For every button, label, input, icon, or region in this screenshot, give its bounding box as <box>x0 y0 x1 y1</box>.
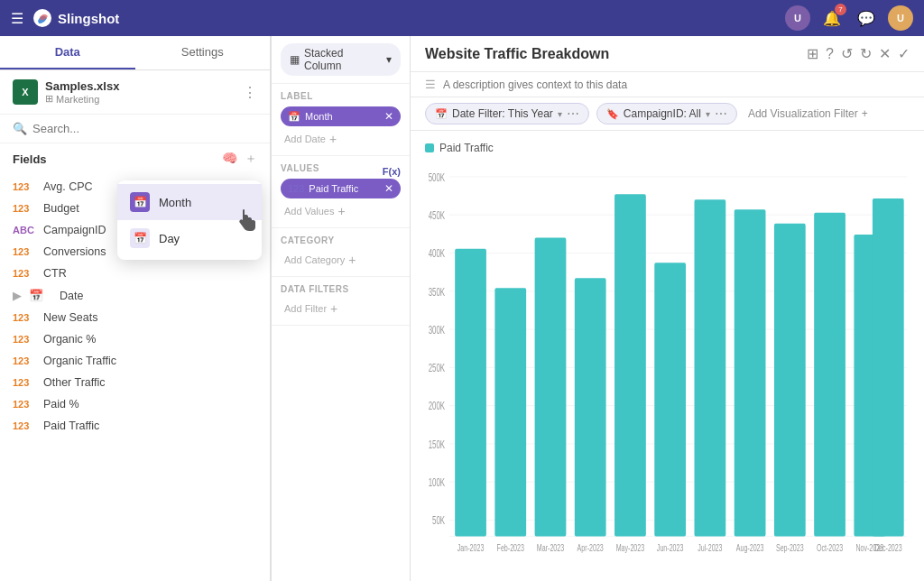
day-option-label: Day <box>159 232 180 245</box>
help-btn[interactable]: ? <box>826 46 834 62</box>
list-item[interactable]: 123 Other Traffic <box>0 372 270 393</box>
chevron-down-icon: ▾ <box>386 53 392 66</box>
tab-data[interactable]: Data <box>0 36 135 69</box>
list-item[interactable]: 123 Organic Traffic <box>0 350 270 372</box>
chart-legend: Paid Traffic <box>425 142 910 154</box>
calendar-chip-icon: 📅 <box>288 111 300 123</box>
add-filter-btn[interactable]: Add Filter + <box>281 300 401 318</box>
app-name: Slingshot <box>58 11 119 26</box>
add-date-btn[interactable]: Add Date + <box>281 130 401 148</box>
field-type-icon: 123 <box>13 203 36 214</box>
notification-badge: 7 <box>835 4 846 15</box>
chart-area: Paid Traffic 500K 450K 400K 350K 300K 25… <box>411 131 924 581</box>
desc-icon: ☰ <box>425 78 436 91</box>
dropdown-item-day[interactable]: 📅 Day <box>117 220 262 256</box>
close-btn[interactable]: ✕ <box>879 45 891 62</box>
field-type-icon: 123 <box>13 377 36 388</box>
search-bar: 🔍 <box>0 115 270 143</box>
svg-text:Jun-2023: Jun-2023 <box>657 543 684 554</box>
logo-icon <box>32 8 52 28</box>
field-name: New Seats <box>43 311 257 324</box>
svg-rect-28 <box>695 199 726 536</box>
paid-traffic-chip[interactable]: 123 Paid Traffic ✕ <box>281 179 401 198</box>
user-avatar[interactable]: U <box>888 5 913 31</box>
values-section-heading: VALUES <box>281 163 319 173</box>
add-values-btn[interactable]: Add Values + <box>281 202 401 220</box>
config-category-section: CATEGORY Add Category + <box>272 228 410 277</box>
svg-text:400K: 400K <box>429 248 446 260</box>
list-item[interactable]: 123 Paid % <box>0 393 270 415</box>
list-item[interactable]: 123 New Seats <box>0 307 270 328</box>
field-name: Date <box>60 290 257 302</box>
svg-text:Feb-2023: Feb-2023 <box>497 543 524 554</box>
left-panel: Data Settings X Samples.xlsx ⊞ Marketing… <box>0 36 271 581</box>
chip2-close-icon[interactable]: ✕ <box>384 182 393 195</box>
campaign-filter-icon: 🔖 <box>606 108 619 120</box>
add-category-btn[interactable]: Add Category + <box>281 251 401 269</box>
config-filters-section: DATA FILTERS Add Filter + <box>272 277 410 326</box>
user-avatar-icon[interactable]: U <box>785 5 810 31</box>
date-filter-chip[interactable]: 📅 Date Filter: This Year ▾ ⋯ <box>425 103 589 124</box>
grid-view-btn[interactable]: ⊞ <box>807 45 818 62</box>
svg-rect-23 <box>494 288 526 536</box>
viz-header: Website Traffic Breakdown ⊞ ? ↺ ↻ ✕ ✓ <box>411 36 924 72</box>
hamburger-icon[interactable]: ☰ <box>11 10 23 27</box>
svg-rect-22 <box>455 249 486 537</box>
add-field-btn[interactable]: ＋ <box>245 151 257 167</box>
month-chip-label: Month <box>305 111 333 122</box>
svg-text:200K: 200K <box>429 401 446 412</box>
filters-section-heading: DATA FILTERS <box>281 284 401 294</box>
field-name: Organic % <box>43 333 257 346</box>
plus-icon-3: + <box>348 253 356 267</box>
chat-icon[interactable]: 💬 <box>854 5 879 31</box>
list-item[interactable]: ▶ 📅 Date <box>0 284 270 307</box>
svg-text:350K: 350K <box>429 286 446 298</box>
description-input[interactable] <box>443 78 910 91</box>
dropdown-item-month[interactable]: 📅 Month <box>117 184 262 220</box>
brain-icon[interactable]: 🧠 <box>222 151 237 167</box>
field-name: Paid Traffic <box>43 420 257 432</box>
add-values-label: Add Values <box>284 206 334 217</box>
redo-btn[interactable]: ↻ <box>860 45 872 62</box>
search-input[interactable] <box>32 122 257 135</box>
svg-text:500K: 500K <box>429 171 446 183</box>
svg-text:50K: 50K <box>432 515 445 527</box>
stacked-chart-icon: ▦ <box>290 53 300 66</box>
file-info: X Samples.xlsx ⊞ Marketing ⋮ <box>0 70 270 115</box>
viz-header-actions: ⊞ ? ↺ ↻ ✕ ✓ <box>807 45 910 62</box>
campaign-filter-chip[interactable]: 🔖 CampaignID: All ▾ ⋯ <box>596 103 737 124</box>
tab-settings[interactable]: Settings <box>135 36 271 69</box>
field-type-icon: ABC <box>13 225 36 235</box>
file-more-btn[interactable]: ⋮ <box>243 84 257 101</box>
svg-text:300K: 300K <box>429 324 446 336</box>
svg-rect-27 <box>654 263 686 536</box>
description-bar: ☰ <box>411 72 924 97</box>
svg-rect-24 <box>535 238 567 537</box>
svg-text:Apr-2023: Apr-2023 <box>578 543 604 554</box>
legend-label: Paid Traffic <box>439 142 494 154</box>
svg-text:Oct-2023: Oct-2023 <box>817 543 843 554</box>
campaign-filter-more[interactable]: ⋯ <box>715 106 727 121</box>
add-viz-filter-btn[interactable]: Add Visualization Filter + <box>748 107 868 120</box>
date-filter-more[interactable]: ⋯ <box>567 106 579 121</box>
list-item[interactable]: 123 Organic % <box>0 328 270 350</box>
function-btn[interactable]: F(x) <box>383 166 401 177</box>
svg-rect-25 <box>575 278 606 536</box>
grid-icon: ⊞ <box>45 93 53 105</box>
paid-traffic-chip-icon: 123 <box>288 183 304 194</box>
fields-header: Fields 🧠 ＋ <box>0 143 270 174</box>
chart-type-btn[interactable]: ▦ Stacked Column ▾ <box>281 43 401 76</box>
viz-title: Website Traffic Breakdown <box>425 46 796 62</box>
chip-close-icon[interactable]: ✕ <box>384 110 393 123</box>
config-top: ▦ Stacked Column ▾ <box>272 36 410 84</box>
expand-btn[interactable]: ✓ <box>898 45 910 62</box>
chart-container: 500K 450K 400K 350K 300K 250K 200K 150K … <box>425 161 910 565</box>
notifications-icon[interactable]: 🔔 7 <box>819 5 845 31</box>
list-item[interactable]: 123 CTR <box>0 263 270 284</box>
undo-btn[interactable]: ↺ <box>841 45 853 62</box>
month-chip[interactable]: 📅 Month ✕ <box>281 106 401 126</box>
svg-text:Sep-2023: Sep-2023 <box>776 543 804 554</box>
right-content: Website Traffic Breakdown ⊞ ? ↺ ↻ ✕ ✓ ☰ … <box>411 36 924 581</box>
config-panel: ▦ Stacked Column ▾ LABEL 📅 Month ✕ Add D… <box>271 36 411 581</box>
list-item[interactable]: 123 Paid Traffic <box>0 415 270 437</box>
